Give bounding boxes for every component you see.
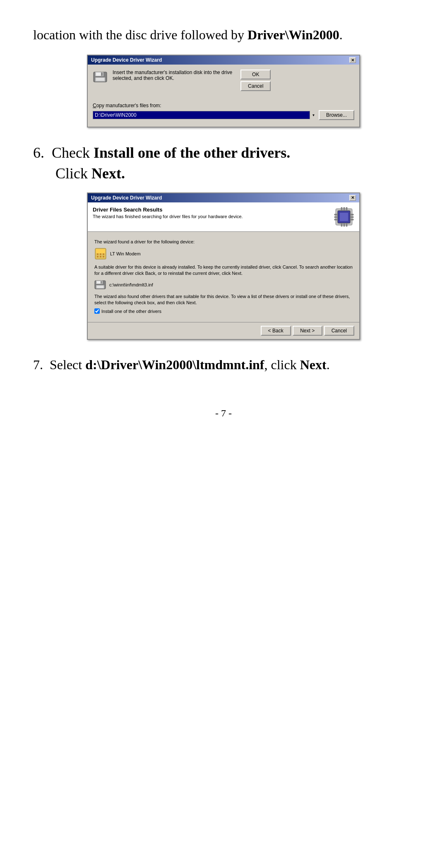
wizard-header-subtitle: The wizard has finished searching for dr…: [93, 214, 243, 219]
svg-point-23: [97, 253, 99, 255]
dialog1-line1: Insert the manufacturer's installation d…: [113, 70, 232, 75]
dialog2-titlebar-buttons: ✕: [349, 195, 356, 201]
close-button[interactable]: ✕: [349, 57, 356, 63]
step7-period: .: [327, 357, 330, 372]
device-row: LT Win Modem: [94, 248, 353, 260]
step7-number: 7.: [33, 357, 43, 372]
intro-text-before: location with the disc drive followed by: [33, 27, 248, 42]
svg-rect-15: [341, 207, 342, 210]
insert-disk-dialog: Upgrade Device Driver Wizard ✕ Insert th…: [87, 55, 360, 127]
checkbox-row: Install one of the other drivers: [94, 308, 353, 314]
svg-rect-11: [334, 219, 337, 220]
wizard-cancel-button[interactable]: Cancel: [324, 326, 354, 336]
dialog2-title: Upgrade Device Driver Wizard: [91, 195, 162, 201]
dialog1-line2: selected, and then click OK.: [113, 75, 232, 81]
wizard-already-installed-text: A suitable driver for this device is alr…: [94, 264, 353, 277]
step7-paragraph: 7. Select d:\Driver\Win2000\ltmdmnt.inf,…: [33, 355, 414, 375]
device-name-label: LT Win Modem: [110, 251, 141, 256]
copy-path-input[interactable]: D:\Driver\WIN2000: [93, 111, 317, 119]
hardware-icon: [334, 207, 354, 227]
wizard-body: The wizard found a driver for the follow…: [88, 236, 359, 322]
svg-point-25: [103, 253, 104, 255]
step6-bold2: Next.: [91, 165, 125, 182]
cancel-button[interactable]: Cancel: [240, 81, 271, 91]
install-other-drivers-checkbox[interactable]: [94, 308, 100, 314]
driver-search-dialog: Upgrade Device Driver Wizard ✕ Driver Fi…: [87, 192, 360, 340]
back-button[interactable]: < Back: [261, 326, 291, 336]
intro-bold-path: Driver\Win2000: [248, 27, 339, 42]
svg-rect-19: [344, 224, 345, 226]
driver-info-row: c:\winnt\inf\mdmlt3.inf: [94, 280, 353, 289]
copy-input-wrapper: D:\Driver\WIN2000 ▼: [93, 111, 317, 119]
svg-rect-20: [346, 224, 347, 226]
dialog1-main-content: Insert the manufacturer's installation d…: [93, 70, 354, 91]
svg-rect-3: [101, 72, 103, 76]
dialog1-message: Insert the manufacturer's installation d…: [113, 70, 232, 81]
step7-text2: , click: [264, 357, 300, 372]
next-button[interactable]: Next >: [293, 326, 322, 336]
wizard-other-drivers-text: The wizard also found other drivers that…: [94, 293, 353, 306]
wizard-found-text: The wizard found a driver for the follow…: [94, 239, 353, 244]
browse-button[interactable]: Browse...: [319, 110, 354, 120]
small-disk-icon: [94, 280, 106, 289]
wizard-header-title: Driver Files Search Results: [93, 207, 243, 213]
svg-point-26: [97, 256, 99, 257]
step7-bold2: Next: [300, 357, 327, 372]
step7-bold: d:\Driver\Win2000\ltmdmnt.inf: [85, 357, 264, 372]
svg-rect-9: [334, 214, 337, 215]
dialog1-body: Insert the manufacturer's installation d…: [88, 65, 359, 127]
wizard-footer: < Back Next > Cancel: [88, 322, 359, 339]
copy-section: Copy manufacturer's files from: D:\Drive…: [93, 99, 354, 122]
svg-rect-14: [351, 219, 353, 220]
dialog2-close-button[interactable]: ✕: [349, 195, 356, 201]
svg-point-28: [103, 256, 104, 257]
step6-header: 6. Check Install one of the other driver…: [33, 142, 414, 184]
checkbox-label: Install one of the other drivers: [101, 309, 161, 314]
svg-rect-10: [334, 216, 337, 218]
svg-rect-13: [351, 216, 353, 218]
ok-button[interactable]: OK: [240, 70, 271, 79]
titlebar-buttons: ✕: [349, 57, 356, 63]
svg-rect-17: [346, 207, 347, 210]
copy-label-underline-c: C: [93, 103, 96, 108]
svg-point-27: [100, 256, 101, 257]
wizard-header: Driver Files Search Results The wizard h…: [88, 202, 359, 232]
copy-label: Copy manufacturer's files from:: [93, 103, 354, 108]
step6-text: Check: [52, 144, 94, 161]
svg-rect-18: [341, 224, 342, 226]
dialog1-title: Upgrade Device Driver Wizard: [91, 57, 162, 63]
dialog1-buttons: OK Cancel: [240, 70, 271, 91]
svg-point-24: [100, 253, 101, 255]
floppy-disk-icon: [93, 71, 108, 83]
driver-path-label: c:\winnt\inf\mdmlt3.inf: [109, 282, 153, 287]
dialog1-titlebar: Upgrade Device Driver Wizard ✕: [88, 55, 359, 65]
intro-paragraph: location with the disc drive followed by…: [33, 25, 414, 45]
intro-period: .: [339, 27, 343, 42]
svg-rect-16: [344, 207, 345, 210]
step6-number: 6.: [33, 144, 44, 161]
modem-icon: [94, 248, 107, 260]
step7-text: Select: [50, 357, 85, 372]
step6-text2: Click: [55, 165, 91, 182]
svg-rect-8: [340, 213, 348, 221]
dropdown-arrow-icon[interactable]: ▼: [310, 111, 317, 119]
svg-rect-34: [97, 286, 103, 288]
svg-rect-5: [96, 78, 104, 81]
svg-rect-12: [351, 214, 353, 215]
page-footer: - 7 -: [33, 408, 414, 419]
dialog2-titlebar: Upgrade Device Driver Wizard ✕: [88, 193, 359, 202]
step6-bold1: Install one of the other drivers.: [94, 144, 290, 161]
svg-rect-22: [96, 249, 105, 253]
copy-input-row: D:\Driver\WIN2000 ▼ Browse...: [93, 110, 354, 120]
wizard-header-text: Driver Files Search Results The wizard h…: [93, 207, 243, 219]
svg-rect-32: [101, 281, 102, 284]
page-number: - 7 -: [215, 408, 232, 418]
